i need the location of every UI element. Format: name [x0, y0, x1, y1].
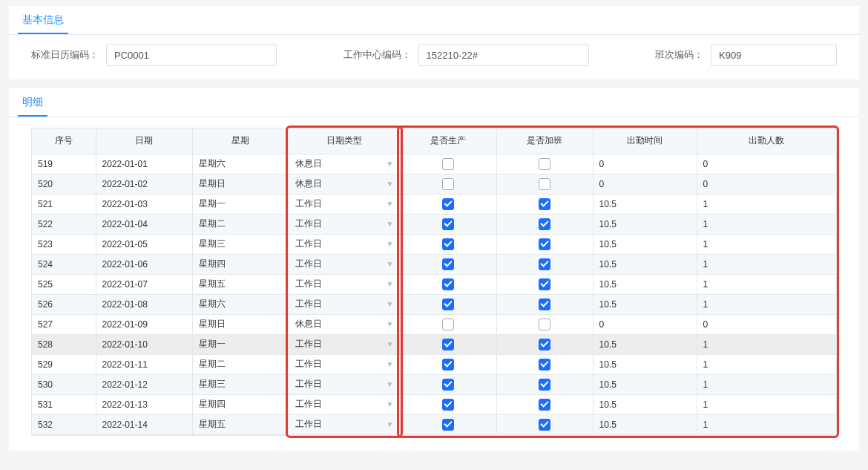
chevron-down-icon: ▼: [387, 241, 394, 248]
cell-count: 1: [697, 214, 836, 234]
checkbox-is-overtime[interactable]: [539, 278, 550, 290]
cell-type[interactable]: 工作日▼: [289, 194, 400, 214]
cell-type[interactable]: 工作日▼: [289, 394, 400, 414]
checkbox-is-produce[interactable]: [442, 258, 454, 270]
table-row[interactable]: 5312022-01-13星期四工作日▼10.51: [32, 394, 836, 414]
checkbox-is-produce[interactable]: [442, 218, 454, 230]
cell-hours: 10.5: [593, 394, 697, 414]
date-type-select[interactable]: 工作日▼: [295, 198, 394, 210]
cell-type[interactable]: 工作日▼: [289, 354, 400, 374]
detail-tabs: 明细: [9, 88, 859, 117]
cell-hours: 10.5: [593, 254, 697, 274]
checkbox-is-produce[interactable]: [442, 198, 454, 210]
tab-detail[interactable]: 明细: [18, 88, 47, 117]
cell-count: 1: [697, 334, 836, 354]
header-type: 日期类型: [289, 128, 400, 154]
table-row[interactable]: 5262022-01-08星期六工作日▼10.51: [32, 294, 836, 314]
basic-info-form: 标准日历编码： 工作中心编码： 班次编码：: [9, 35, 859, 79]
checkbox-is-overtime[interactable]: [539, 238, 550, 250]
cell-seq: 522: [32, 214, 96, 234]
cell-type[interactable]: 休息日▼: [289, 154, 400, 174]
checkbox-is-overtime-cell: [496, 294, 593, 314]
cell-type[interactable]: 工作日▼: [289, 234, 400, 254]
checkbox-is-produce[interactable]: [442, 339, 454, 350]
cell-week: 星期一: [192, 334, 289, 354]
date-type-select[interactable]: 工作日▼: [295, 298, 394, 310]
cell-date: 2022-01-11: [96, 354, 192, 374]
checkbox-is-overtime[interactable]: [539, 298, 550, 310]
work-center-input[interactable]: [418, 44, 589, 66]
chevron-down-icon: ▼: [387, 361, 394, 368]
checkbox-is-overtime[interactable]: [539, 339, 550, 350]
checkbox-is-overtime[interactable]: [539, 419, 550, 431]
checkbox-is-overtime-cell: [496, 414, 593, 434]
checkbox-is-overtime[interactable]: [539, 258, 550, 270]
checkbox-is-overtime-cell: [496, 254, 593, 274]
checkbox-is-overtime[interactable]: [539, 359, 550, 371]
checkbox-is-overtime[interactable]: [539, 178, 550, 190]
checkbox-is-produce[interactable]: [442, 178, 454, 190]
date-type-select[interactable]: 工作日▼: [295, 358, 394, 371]
cell-hours: 10.5: [593, 374, 697, 394]
date-type-select[interactable]: 工作日▼: [295, 258, 394, 270]
cell-type[interactable]: 工作日▼: [289, 334, 400, 354]
form-item-calendar-code: 标准日历编码：: [31, 44, 314, 66]
table-row[interactable]: 5322022-01-14星期五工作日▼10.51: [32, 414, 836, 434]
cell-type[interactable]: 休息日▼: [289, 174, 400, 194]
table-row[interactable]: 5272022-01-09星期日休息日▼00: [32, 314, 836, 334]
cell-week: 星期日: [192, 174, 289, 194]
cell-type[interactable]: 工作日▼: [289, 274, 400, 294]
table-row[interactable]: 5252022-01-07星期五工作日▼10.51: [32, 274, 836, 294]
checkbox-is-produce[interactable]: [442, 158, 454, 170]
checkbox-is-overtime[interactable]: [539, 158, 550, 170]
shift-code-input[interactable]: [711, 44, 837, 66]
checkbox-is-overtime[interactable]: [539, 399, 550, 411]
table-row[interactable]: 5192022-01-01星期六休息日▼00: [32, 154, 836, 174]
checkbox-is-produce[interactable]: [442, 278, 454, 290]
checkbox-is-produce[interactable]: [442, 238, 454, 250]
cell-type[interactable]: 工作日▼: [289, 294, 400, 314]
table-row[interactable]: 5222022-01-04星期二工作日▼10.51: [32, 214, 836, 234]
checkbox-is-overtime[interactable]: [539, 198, 550, 210]
checkbox-is-produce[interactable]: [442, 379, 454, 391]
tab-basic-info[interactable]: 基本信息: [18, 6, 68, 34]
table-row[interactable]: 5202022-01-02星期日休息日▼00: [32, 174, 836, 194]
table-row[interactable]: 5212022-01-03星期一工作日▼10.51: [32, 194, 836, 214]
cell-type[interactable]: 工作日▼: [289, 374, 400, 394]
cell-type[interactable]: 休息日▼: [289, 314, 400, 334]
detail-section: 明细 序号: [9, 88, 859, 451]
date-type-select[interactable]: 工作日▼: [295, 238, 394, 250]
checkbox-is-produce[interactable]: [442, 359, 454, 371]
date-type-select[interactable]: 工作日▼: [295, 378, 394, 391]
date-type-select[interactable]: 工作日▼: [295, 418, 394, 431]
date-type-select[interactable]: 休息日▼: [295, 318, 394, 330]
date-type-select[interactable]: 工作日▼: [295, 278, 394, 290]
date-type-select[interactable]: 休息日▼: [295, 177, 394, 190]
cell-type[interactable]: 工作日▼: [289, 414, 400, 434]
calendar-code-input[interactable]: [106, 44, 277, 66]
date-type-value: 工作日: [295, 198, 322, 210]
cell-type[interactable]: 工作日▼: [289, 254, 400, 274]
checkbox-is-overtime[interactable]: [539, 218, 550, 230]
table-row[interactable]: 5292022-01-11星期二工作日▼10.51: [32, 354, 836, 374]
date-type-select[interactable]: 工作日▼: [295, 338, 394, 350]
detail-table: 序号 日期 星期 日期类型 是否生产 是否加班 出勤时间 出勤人数 519202…: [32, 128, 836, 435]
date-type-select[interactable]: 工作日▼: [295, 398, 394, 411]
cell-type[interactable]: 工作日▼: [289, 214, 400, 234]
date-type-select[interactable]: 休息日▼: [295, 157, 394, 170]
table-row[interactable]: 5302022-01-12星期三工作日▼10.51: [32, 374, 836, 394]
checkbox-is-produce[interactable]: [442, 419, 454, 431]
table-row[interactable]: 5242022-01-06星期四工作日▼10.51: [32, 254, 836, 274]
checkbox-is-overtime[interactable]: [539, 319, 550, 330]
cell-week: 星期三: [192, 234, 289, 254]
checkbox-is-produce[interactable]: [442, 319, 454, 330]
table-row[interactable]: 5282022-01-10星期一工作日▼10.51: [32, 334, 836, 354]
checkbox-is-overtime[interactable]: [539, 379, 550, 391]
table-row[interactable]: 5232022-01-05星期三工作日▼10.51: [32, 234, 836, 254]
checkbox-is-produce[interactable]: [442, 399, 454, 411]
cell-week: 星期三: [192, 374, 289, 394]
date-type-value: 工作日: [295, 358, 322, 371]
checkbox-is-produce[interactable]: [442, 298, 454, 310]
cell-hours: 10.5: [593, 194, 697, 214]
date-type-select[interactable]: 工作日▼: [295, 218, 394, 230]
